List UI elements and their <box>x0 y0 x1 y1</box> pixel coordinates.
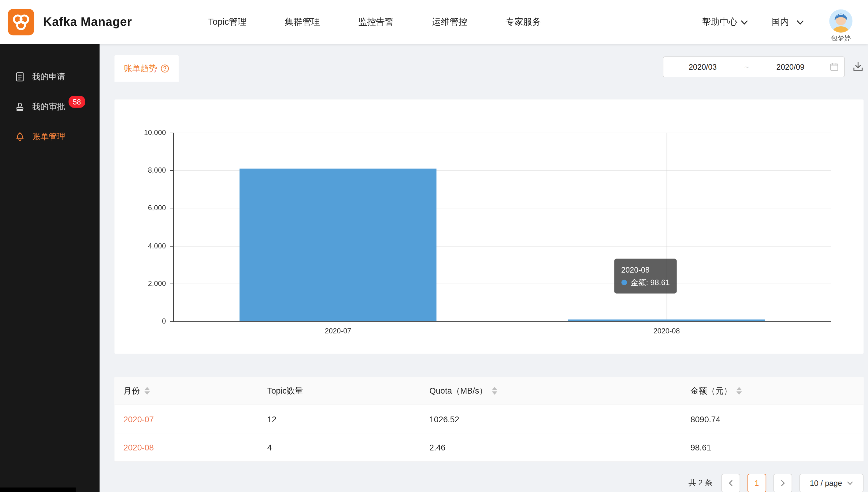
approval-count-badge: 58 <box>68 94 86 109</box>
month-link[interactable]: 2020-08 <box>123 442 154 452</box>
column-header-topic-count: Topic数量 <box>258 386 421 396</box>
amount-cell: 8090.74 <box>690 414 720 424</box>
date-start-value[interactable]: 2020/03 <box>663 62 742 71</box>
help-center-menu[interactable]: 帮助中心 <box>702 16 748 28</box>
y-tick-label: 4,000 <box>148 242 166 250</box>
nav-cluster-management[interactable]: 集群管理 <box>285 16 320 28</box>
stamp-icon <box>15 102 25 112</box>
chevron-right-icon <box>780 480 785 487</box>
page-1-button[interactable]: 1 <box>748 474 766 492</box>
tab-billing-trend[interactable]: 账单趋势 <box>114 55 179 82</box>
sidebar-item-my-applications[interactable]: 我的申请 <box>0 62 100 92</box>
nav-expert-service[interactable]: 专家服务 <box>506 16 541 28</box>
sidebar-item-label: 我的审批 <box>32 101 66 112</box>
sidebar-item-billing[interactable]: 账单管理 <box>0 122 100 152</box>
tooltip-value: 金额: 98.61 <box>631 276 670 289</box>
chevron-down-icon <box>847 481 853 485</box>
y-tick-mark <box>170 321 173 322</box>
topic-count-cell: 12 <box>267 414 277 424</box>
y-tick-label: 6,000 <box>148 204 166 212</box>
calendar-icon <box>830 62 839 71</box>
sidebar: 我的申请 我的审批 58 账单管理 <box>0 44 100 492</box>
user-profile[interactable]: 包梦婷 <box>829 9 852 43</box>
amount-cell: 98.61 <box>690 442 711 452</box>
main-content: 账单趋势 2020/03 ~ 2020/09 <box>100 44 868 492</box>
y-tick-mark <box>170 132 173 133</box>
table-row: 2020-08 4 2.46 98.61 <box>114 433 863 462</box>
y-tick-label: 8,000 <box>148 166 166 174</box>
chevron-down-icon <box>797 20 804 24</box>
total-count-label: 共 2 条 <box>688 478 713 488</box>
toolbar: 账单趋势 2020/03 ~ 2020/09 <box>114 55 863 93</box>
sidebar-collapse-bar[interactable] <box>0 487 76 492</box>
table-row: 2020-07 12 1026.52 8090.74 <box>114 405 863 433</box>
column-header-amount[interactable]: 金额（元） <box>681 386 863 396</box>
chevron-left-icon <box>728 480 733 487</box>
y-tick-mark <box>170 208 173 209</box>
y-tick-label: 0 <box>162 317 166 325</box>
chart-tooltip: 2020-08 金额: 98.61 <box>614 259 677 294</box>
avatar <box>829 9 852 32</box>
app-root: Kafka Manager Topic管理 集群管理 监控告警 运维管控 专家服… <box>0 0 868 492</box>
sidebar-item-label: 我的申请 <box>32 72 66 82</box>
x-axis-label: 2020-07 <box>325 327 351 335</box>
date-end-value[interactable]: 2020/09 <box>751 62 830 71</box>
date-range-picker[interactable]: 2020/03 ~ 2020/09 <box>663 56 845 77</box>
date-separator: ~ <box>742 62 751 71</box>
chart-bar[interactable] <box>568 319 765 321</box>
app-title: Kafka Manager <box>43 15 132 29</box>
user-name: 包梦婷 <box>831 33 851 43</box>
main-nav: Topic管理 集群管理 监控告警 运维管控 专家服务 <box>208 16 541 28</box>
billing-trend-chart-card: 2020-08 金额: 98.61 10,0008,0006,0004,0002… <box>114 100 863 354</box>
sort-icon[interactable] <box>144 387 150 395</box>
sidebar-item-label: 账单管理 <box>32 131 66 142</box>
sort-icon[interactable] <box>736 387 742 395</box>
table-header-row: 月份 Topic数量 Quota（MB/s） 金额（元） <box>114 377 863 405</box>
quota-cell: 2.46 <box>429 442 446 452</box>
download-icon[interactable] <box>852 61 863 72</box>
question-circle-icon <box>161 64 169 73</box>
bell-icon <box>15 131 25 142</box>
chart-bar[interactable] <box>239 169 437 321</box>
document-icon <box>15 72 25 82</box>
nav-ops-control[interactable]: 运维管控 <box>432 16 467 28</box>
y-tick-mark <box>170 246 173 246</box>
topic-count-cell: 4 <box>267 442 272 452</box>
y-tick-label: 10,000 <box>144 129 166 137</box>
pagination: 共 2 条 1 10 / page <box>114 474 863 492</box>
chevron-down-icon <box>741 20 748 24</box>
series-dot-icon <box>621 279 627 285</box>
sidebar-item-my-approvals[interactable]: 我的审批 58 <box>0 92 100 122</box>
next-page-button[interactable] <box>774 474 792 492</box>
y-tick-mark <box>170 170 173 171</box>
y-tick-label: 2,000 <box>148 279 166 288</box>
tooltip-title: 2020-08 <box>621 264 670 276</box>
page-size-select[interactable]: 10 / page <box>799 474 864 492</box>
column-header-quota[interactable]: Quota（MB/s） <box>421 386 682 396</box>
month-link[interactable]: 2020-07 <box>123 414 154 424</box>
quota-cell: 1026.52 <box>429 414 460 424</box>
kafka-manager-logo-icon <box>8 9 34 35</box>
billing-table: 月份 Topic数量 Quota（MB/s） 金额（元） 2020-07 12 <box>114 377 863 462</box>
column-header-month[interactable]: 月份 <box>114 386 258 396</box>
gridline <box>174 132 831 133</box>
top-header: Kafka Manager Topic管理 集群管理 监控告警 运维管控 专家服… <box>0 0 868 44</box>
prev-page-button[interactable] <box>722 474 740 492</box>
y-tick-mark <box>170 284 173 284</box>
nav-topic-management[interactable]: Topic管理 <box>208 16 247 28</box>
nav-monitor-alert[interactable]: 监控告警 <box>358 16 394 28</box>
region-selector[interactable]: 国内 <box>771 16 804 28</box>
sort-icon[interactable] <box>492 387 497 395</box>
chart-plot: 2020-08 金额: 98.61 10,0008,0006,0004,0002… <box>173 132 831 322</box>
x-axis-label: 2020-08 <box>653 327 680 335</box>
